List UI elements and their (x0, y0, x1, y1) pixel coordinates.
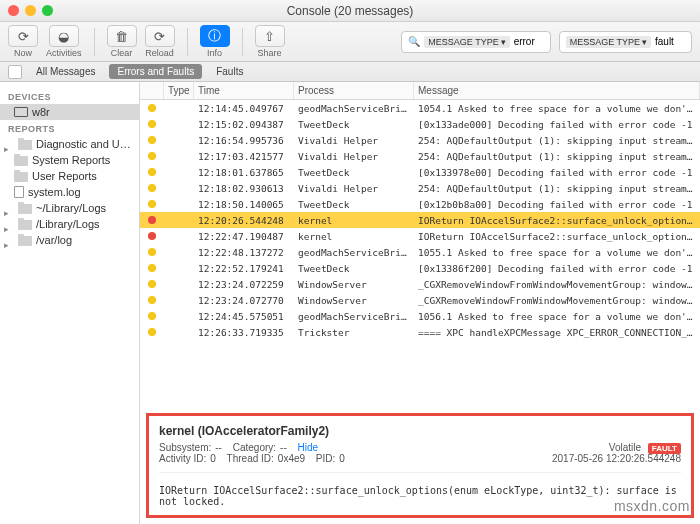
error-dot-icon (148, 120, 156, 128)
col-type[interactable]: Type (164, 82, 194, 99)
sidebar-item-label: /Library/Logs (36, 218, 100, 230)
volatile-label: Volatile (609, 442, 641, 453)
error-dot-icon (148, 184, 156, 192)
log-content: Type Time Process Message 12:14:45.04976… (140, 82, 700, 524)
activities-button[interactable]: ◒ (49, 25, 79, 47)
toolbar-separator (242, 28, 243, 56)
error-dot-icon (148, 200, 156, 208)
search-input-error[interactable] (514, 36, 544, 47)
category-label: Category: (233, 442, 276, 453)
reload-label: Reload (145, 48, 174, 58)
sidebar-item[interactable]: /var/log (0, 232, 139, 248)
tab-errors-and-faults[interactable]: Errors and Faults (109, 64, 202, 79)
process-cell: Vivaldi Helper (294, 183, 414, 194)
log-row[interactable]: 12:16:54.995736Vivaldi Helper254: AQDefa… (140, 132, 700, 148)
subsystem-label: Subsystem: (159, 442, 211, 453)
log-row[interactable]: 12:18:02.930613Vivaldi Helper254: AQDefa… (140, 180, 700, 196)
clear-label: Clear (111, 48, 133, 58)
folder-icon (18, 140, 32, 150)
log-row[interactable]: 12:26:33.719335Trickster==== XPC handleX… (140, 324, 700, 340)
process-cell: Vivaldi Helper (294, 135, 414, 146)
hide-link[interactable]: Hide (298, 442, 319, 453)
toolbar-separator (94, 28, 95, 56)
sidebar-item-label: ~/Library/Logs (36, 202, 106, 214)
log-row[interactable]: 12:17:03.421577Vivaldi Helper254: AQDefa… (140, 148, 700, 164)
log-row[interactable]: 12:20:26.544248kernelIOReturn IOAccelSur… (140, 212, 700, 228)
message-cell: 254: AQDefaultOutput (1): skipping input… (414, 151, 700, 162)
device-label: w8r (32, 106, 50, 118)
time-cell: 12:17:03.421577 (194, 151, 294, 162)
log-row[interactable]: 12:23:24.072770WindowServer_CGXRemoveWin… (140, 292, 700, 308)
subsystem-value: -- (215, 442, 222, 453)
error-dot-icon (148, 328, 156, 336)
log-row[interactable]: 12:22:48.137272geodMachServiceBridge1055… (140, 244, 700, 260)
share-button[interactable]: ⇧ (255, 25, 285, 47)
col-process[interactable]: Process (294, 82, 414, 99)
sidebar-item[interactable]: Diagnostic and U… (0, 136, 139, 152)
scope-bar: All Messages Errors and Faults Faults (0, 62, 700, 82)
error-dot-icon (148, 136, 156, 144)
search-field-error[interactable]: 🔍 MESSAGE TYPE▾ (401, 31, 550, 53)
info-label: Info (207, 48, 222, 58)
time-cell: 12:18:50.140065 (194, 199, 294, 210)
log-row[interactable]: 12:18:01.637865TweetDeck[0x133978e00] De… (140, 164, 700, 180)
process-cell: WindowServer (294, 279, 414, 290)
tab-faults[interactable]: Faults (208, 64, 251, 79)
sidebar-item[interactable]: User Reports (0, 168, 139, 184)
sidebar-item[interactable]: System Reports (0, 152, 139, 168)
log-row[interactable]: 12:18:50.140065TweetDeck[0x12b0b8a00] De… (140, 196, 700, 212)
process-cell: WindowServer (294, 295, 414, 306)
message-cell: 1056.1 Asked to free space for a volume … (414, 311, 700, 322)
error-dot-icon (148, 312, 156, 320)
message-cell: [0x13386f200] Decoding failed with error… (414, 263, 700, 274)
sidebar-device-w8r[interactable]: w8r (0, 104, 139, 120)
process-cell: Trickster (294, 327, 414, 338)
log-table-body[interactable]: 12:14:45.049767geodMachServiceBridge1054… (140, 100, 700, 407)
log-row[interactable]: 12:14:45.049767geodMachServiceBridge1054… (140, 100, 700, 116)
time-cell: 12:22:48.137272 (194, 247, 294, 258)
error-dot-icon (148, 168, 156, 176)
search-field-fault[interactable]: MESSAGE TYPE▾ (559, 31, 692, 53)
log-row[interactable]: 12:15:02.094387TweetDeck[0x133ade000] De… (140, 116, 700, 132)
process-cell: TweetDeck (294, 119, 414, 130)
activity-id-value: 0 (210, 453, 216, 464)
time-cell: 12:22:47.190487 (194, 231, 294, 242)
tab-all-messages[interactable]: All Messages (28, 64, 103, 79)
sidebar-toggle-icon[interactable] (8, 65, 22, 79)
error-dot-icon (148, 296, 156, 304)
log-row[interactable]: 12:24:45.575051geodMachServiceBridge1056… (140, 308, 700, 324)
detail-message: IOReturn IOAccelSurface2::surface_unlock… (159, 472, 681, 507)
time-cell: 12:15:02.094387 (194, 119, 294, 130)
process-cell: kernel (294, 231, 414, 242)
sidebar-item[interactable]: system.log (0, 184, 139, 200)
fault-dot-icon (148, 216, 156, 224)
clear-button[interactable]: 🗑 (107, 25, 137, 47)
pid-label: PID: (316, 453, 335, 464)
time-cell: 12:22:52.179241 (194, 263, 294, 274)
toolbar: ⟳Now ◒Activities 🗑Clear ⟳Reload ⓘInfo ⇧S… (0, 22, 700, 62)
sidebar-item-label: /var/log (36, 234, 72, 246)
thread-id-label: Thread ID: (227, 453, 274, 464)
folder-icon (18, 220, 32, 230)
process-cell: Vivaldi Helper (294, 151, 414, 162)
log-row[interactable]: 12:23:24.072259WindowServer_CGXRemoveWin… (140, 276, 700, 292)
sidebar-header-devices: Devices (0, 88, 139, 104)
titlebar: Console (20 messages) (0, 0, 700, 22)
message-cell: 1054.1 Asked to free space for a volume … (414, 103, 700, 114)
message-cell: [0x133978e00] Decoding failed with error… (414, 167, 700, 178)
search-input-fault[interactable] (655, 36, 685, 47)
pid-value: 0 (339, 453, 345, 464)
message-cell: IOReturn IOAccelSurface2::surface_unlock… (414, 215, 700, 226)
log-row[interactable]: 12:22:52.179241TweetDeck[0x13386f200] De… (140, 260, 700, 276)
info-button[interactable]: ⓘ (200, 25, 230, 47)
col-time[interactable]: Time (194, 82, 294, 99)
log-row[interactable]: 12:22:47.190487kernelIOReturn IOAccelSur… (140, 228, 700, 244)
reload-button[interactable]: ⟳ (145, 25, 175, 47)
sidebar-item[interactable]: /Library/Logs (0, 216, 139, 232)
sidebar-item[interactable]: ~/Library/Logs (0, 200, 139, 216)
now-button[interactable]: ⟳ (8, 25, 38, 47)
col-message[interactable]: Message (414, 82, 700, 99)
sidebar-item-label: User Reports (32, 170, 97, 182)
message-cell: [0x133ade000] Decoding failed with error… (414, 119, 700, 130)
time-cell: 12:24:45.575051 (194, 311, 294, 322)
